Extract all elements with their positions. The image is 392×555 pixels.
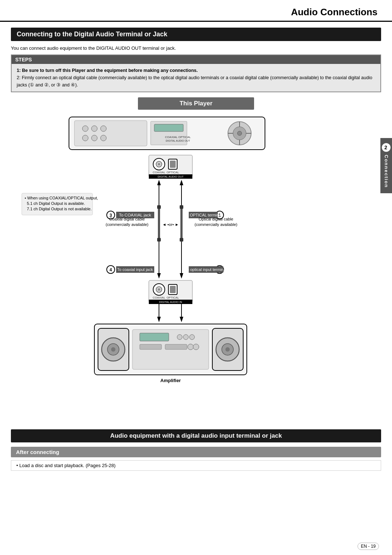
svg-rect-73 <box>170 286 176 293</box>
svg-text:DIGITAL AUDIO OUT: DIGITAL AUDIO OUT <box>166 139 191 142</box>
audio-equipment-heading: Audio equipment with a digital audio inp… <box>11 429 381 442</box>
svg-point-26 <box>158 163 160 165</box>
this-player-label: This Player <box>138 97 254 110</box>
svg-text:Coaxial digital cable: Coaxial digital cable <box>109 217 145 221</box>
svg-rect-1 <box>74 121 147 146</box>
svg-point-90 <box>225 347 230 352</box>
step2-text: 2: Firmly connect an optical digital cab… <box>17 75 372 88</box>
svg-point-71 <box>158 288 160 291</box>
connection-diagram: COAXIAL OPTICAL DIGITAL AUDIO OUT • When… <box>15 113 377 429</box>
svg-text:• When using COAXIAL/OPTICAL o: • When using COAXIAL/OPTICAL output, <box>25 196 98 200</box>
svg-text:DIGITAL AUDIO IN: DIGITAL AUDIO IN <box>159 300 182 304</box>
connection-tab: 2 Connection <box>380 138 392 193</box>
svg-point-3 <box>91 126 97 131</box>
svg-marker-81 <box>180 317 183 322</box>
svg-point-6 <box>91 135 97 141</box>
svg-point-5 <box>82 135 88 141</box>
svg-rect-47 <box>157 238 161 242</box>
svg-point-2 <box>82 126 88 131</box>
svg-point-98 <box>188 344 193 350</box>
svg-marker-65 <box>157 273 161 279</box>
svg-rect-96 <box>140 344 162 349</box>
svg-point-7 <box>101 135 106 141</box>
svg-text:OPTICAL: OPTICAL <box>167 296 179 299</box>
svg-text:(commercially available): (commercially available) <box>195 222 237 227</box>
svg-text:Optical digital cable: Optical digital cable <box>199 217 233 221</box>
page-title: Audio Connections <box>0 0 392 22</box>
tab-label: Connection <box>384 155 389 188</box>
svg-point-94 <box>183 335 188 340</box>
steps-box: STEPS 1: Be sure to turn off this Player… <box>11 54 381 92</box>
step1-text: 1: Be sure to turn off this Player and t… <box>17 68 198 73</box>
svg-point-86 <box>111 347 115 352</box>
svg-text:◄ •or• ►: ◄ •or• ► <box>162 222 179 227</box>
svg-marker-33 <box>157 180 161 185</box>
svg-text:5.1 ch Digital Output is avail: 5.1 ch Digital Output is available. <box>27 201 85 206</box>
svg-rect-28 <box>170 161 176 168</box>
svg-rect-48 <box>180 205 183 209</box>
steps-header: STEPS <box>12 55 380 64</box>
svg-rect-9 <box>154 124 183 131</box>
svg-rect-92 <box>140 333 169 341</box>
svg-text:(commercially available): (commercially available) <box>106 222 148 227</box>
svg-rect-46 <box>158 209 160 238</box>
svg-text:OPTICAL: OPTICAL <box>167 171 179 174</box>
tab-number: 2 <box>382 143 391 152</box>
svg-text:COAXIAL: COAXIAL <box>153 296 166 299</box>
svg-text:Amplifier: Amplifier <box>160 378 181 383</box>
svg-point-4 <box>101 126 106 131</box>
svg-text:DIGITAL AUDIO OUT: DIGITAL AUDIO OUT <box>158 175 184 178</box>
svg-text:To optical input terminal: To optical input terminal <box>185 267 227 272</box>
svg-rect-50 <box>180 238 183 242</box>
subtitle-text: You can connect audio equipment to the D… <box>11 45 381 51</box>
svg-text:7.1 ch Digital Output is not a: 7.1 ch Digital Output is not available. <box>27 207 92 211</box>
page-number: EN - 19 <box>358 543 379 550</box>
svg-text:4: 4 <box>110 267 112 272</box>
svg-marker-67 <box>180 273 183 279</box>
svg-point-99 <box>193 344 199 350</box>
after-connecting-content: Load a disc and start playback. (Pages 2… <box>11 460 381 471</box>
svg-text:COAXIAL: COAXIAL <box>153 171 166 174</box>
svg-point-93 <box>177 335 182 340</box>
svg-point-12 <box>237 131 242 135</box>
svg-text:COAXIAL OPTICAL: COAXIAL OPTICAL <box>165 135 191 139</box>
svg-rect-97 <box>165 344 187 349</box>
after-connecting-header: After connecting <box>11 447 381 457</box>
svg-marker-79 <box>157 317 161 322</box>
section-heading: Connecting to the Digital Audio Terminal… <box>11 28 381 41</box>
svg-rect-45 <box>157 205 161 209</box>
steps-content: 1: Be sure to turn off this Player and t… <box>12 64 380 92</box>
svg-point-95 <box>189 335 195 340</box>
svg-rect-49 <box>180 209 183 238</box>
svg-marker-35 <box>180 180 183 185</box>
svg-text:To coaxial input jack: To coaxial input jack <box>117 267 153 272</box>
